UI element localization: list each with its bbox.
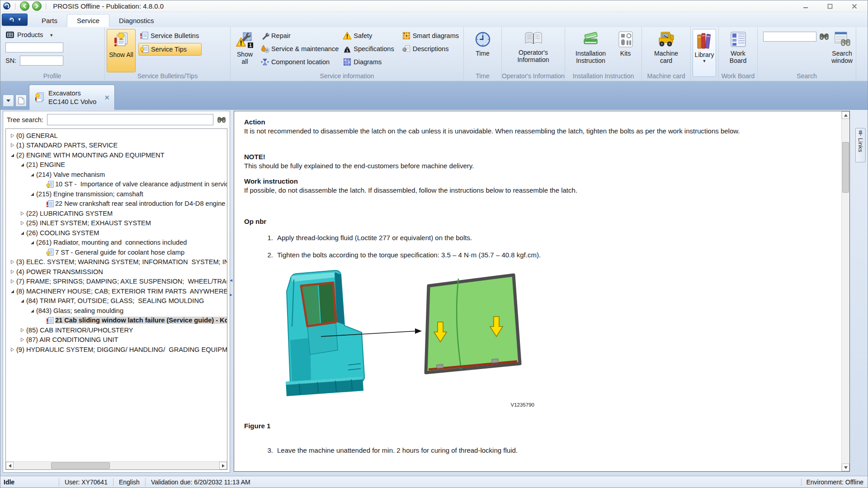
tree-item[interactable]: (84) TRIM PART, OUTSIDE; GLASS; SEALING … [6, 296, 227, 306]
tree-item-label: (4) POWER TRANSMISSION [16, 268, 103, 275]
safety-button[interactable]: Safety [341, 30, 400, 42]
smart-diagrams-button[interactable]: Smart diagrams [401, 30, 462, 42]
tree-expanded-icon[interactable] [29, 239, 36, 246]
tree-horizontal-scrollbar[interactable] [6, 461, 227, 469]
search-window-button[interactable]: Search window [830, 29, 854, 66]
tree-collapsed-icon[interactable] [19, 327, 26, 333]
tree-search-input[interactable] [47, 114, 213, 125]
content-panel: Action It is not recommended to disassem… [234, 111, 850, 472]
tree-item[interactable]: (2) ENGINE WITH MOUNTING AND EQUIPMENT [6, 150, 227, 160]
maximize-button[interactable] [824, 2, 836, 11]
tree-collapsed-icon[interactable] [9, 259, 16, 265]
operators-information-button[interactable]: Operator's Information [506, 29, 561, 65]
document-tab-excavators[interactable]: Excavators EC140 LC Volvo ✕ [29, 85, 115, 110]
tree-item[interactable]: (9) HYDRAULIC SYSTEM; DIGGING/ HANDLING/… [6, 345, 227, 355]
tree-expanded-icon[interactable] [29, 191, 36, 197]
tree-item[interactable]: (25) INLET SYSTEM; EXHAUST SYSTEM [6, 218, 227, 228]
tree-expanded-icon[interactable] [19, 298, 26, 304]
tree-expanded-icon[interactable] [19, 230, 26, 236]
time-button[interactable]: Time [467, 29, 499, 59]
diagrams-button[interactable]: Diagrams [341, 56, 400, 68]
tree-item[interactable]: 21 Cab sliding window latch failure (Ser… [6, 316, 227, 326]
tree-item[interactable]: (3) ELEC. SYSTEM; WARNING SYSTEM; INFORM… [6, 257, 227, 267]
oil-gear-icon [260, 44, 269, 53]
tree-collapsed-icon[interactable] [9, 346, 16, 353]
binoculars-icon[interactable] [217, 116, 226, 124]
tree-expanded-icon[interactable] [19, 161, 26, 168]
forward-button[interactable] [32, 1, 42, 11]
chevron-down-icon: ▼ [703, 59, 707, 63]
tree-expanded-icon[interactable] [29, 308, 36, 314]
show-all-service-info-button[interactable]: 1 Show all [232, 29, 257, 72]
service-tips-button[interactable]: Service Tips [138, 43, 202, 56]
tree-item[interactable]: (21) ENGINE [6, 160, 227, 170]
scroll-thumb[interactable] [51, 462, 110, 469]
tree-item[interactable]: (8) MACHINERY HOUSE; CAB; EXTERIOR TRIM … [6, 286, 227, 296]
links-side-tab[interactable]: Links [855, 128, 866, 162]
tree-item[interactable]: (26) COOLING SYSTEM [6, 228, 227, 238]
tree-item[interactable]: (0) GENERAL [6, 131, 227, 141]
service-bulletins-button[interactable]: Service Bulletins [138, 30, 202, 42]
scroll-right-button[interactable] [219, 462, 227, 469]
back-button[interactable] [20, 1, 29, 11]
show-all-bulletins-button[interactable]: Show All [107, 29, 136, 72]
scroll-up-button[interactable] [842, 111, 849, 119]
tree-item[interactable]: (22) LUBRICATING SYSTEM [6, 208, 227, 218]
work-board-button[interactable]: Work Board [722, 29, 755, 66]
search-input[interactable] [763, 32, 816, 42]
tree-item[interactable]: (4) POWER TRANSMISSION [6, 267, 227, 277]
tree-collapsed-icon[interactable] [19, 220, 26, 226]
tree-collapsed-icon[interactable] [9, 269, 16, 275]
tree-item[interactable]: 22 New crankshaft rear seal introduction… [6, 199, 227, 209]
tree-item[interactable]: (7) FRAME; SPRINGS; DAMPING; AXLE SUSPEN… [6, 277, 227, 287]
tree-item[interactable]: (215) Engine transmission; camshaft [6, 189, 227, 199]
descriptions-button[interactable]: Descriptions [401, 43, 462, 55]
tree-item[interactable]: (85) CAB INTERIOR/UPHOLSTERY [6, 325, 227, 335]
installation-instruction-button[interactable]: Installation Instruction [569, 29, 613, 66]
new-tab-button[interactable] [15, 95, 27, 107]
tree-item[interactable]: (261) Radiator, mounting and connections… [6, 238, 227, 248]
kits-button[interactable]: Kits [613, 29, 638, 59]
service-maintenance-button[interactable]: Service & maintenance [259, 43, 341, 55]
close-button[interactable] [848, 2, 861, 11]
library-button[interactable]: Library ▼ [693, 29, 716, 77]
tree-expanded-icon[interactable] [9, 288, 16, 294]
print-button[interactable]: Print ▼ [861, 29, 868, 63]
collapse-left-icon[interactable]: ◄ [229, 278, 233, 283]
tree-item[interactable]: 7 ST - General guide for coolant hose cl… [6, 247, 227, 257]
kits-icon [618, 31, 634, 48]
tree-item[interactable]: (214) Valve mechanism [6, 170, 227, 180]
tree-collapsed-icon[interactable] [9, 133, 16, 139]
panel-splitter[interactable]: ◄ ► [229, 278, 233, 297]
scroll-thumb[interactable] [842, 142, 849, 193]
specifications-button[interactable]: 1 Specifications [341, 43, 400, 55]
close-tab-icon[interactable]: ✕ [104, 94, 110, 102]
tree-expanded-icon[interactable] [9, 152, 16, 158]
tree-collapsed-icon[interactable] [9, 142, 16, 148]
component-location-button[interactable]: Component location [259, 56, 341, 68]
navigation-tree-panel: Tree search: (0) GENERAL(1) STANDARD PAR… [3, 111, 230, 473]
tab-service[interactable]: Service [67, 14, 109, 27]
sn-input[interactable] [20, 56, 63, 66]
repair-button[interactable]: Repair [259, 30, 341, 42]
scroll-left-button[interactable] [6, 462, 14, 469]
tree-expanded-icon[interactable] [29, 171, 36, 178]
tree-item[interactable]: (87) AIR CONDITIONING UNIT [6, 335, 227, 345]
tree-collapsed-icon[interactable] [9, 278, 16, 284]
product-input[interactable] [5, 43, 63, 52]
expand-right-icon[interactable]: ► [229, 293, 233, 297]
products-dropdown[interactable]: Products ▼ [5, 30, 100, 39]
tree-collapsed-icon[interactable] [19, 210, 26, 217]
content-vertical-scrollbar[interactable] [841, 111, 849, 471]
tree-item[interactable]: 10 ST - Importance of valve clearance ad… [6, 180, 227, 190]
tab-parts[interactable]: Parts [32, 14, 67, 27]
minimize-button[interactable] [799, 2, 812, 11]
tree-collapsed-icon[interactable] [19, 336, 26, 343]
tab-list-dropdown-button[interactable] [3, 95, 14, 107]
tree-item[interactable]: (1) STANDARD PARTS, SERVICE [6, 141, 227, 151]
application-menu-button[interactable]: ▼ [2, 14, 28, 26]
machine-card-button[interactable]: Machine card [646, 29, 687, 66]
tree-item[interactable]: (843) Glass; sealing moulding [6, 306, 227, 316]
scroll-down-button[interactable] [842, 464, 849, 471]
tab-diagnostics[interactable]: Diagnostics [109, 14, 164, 27]
